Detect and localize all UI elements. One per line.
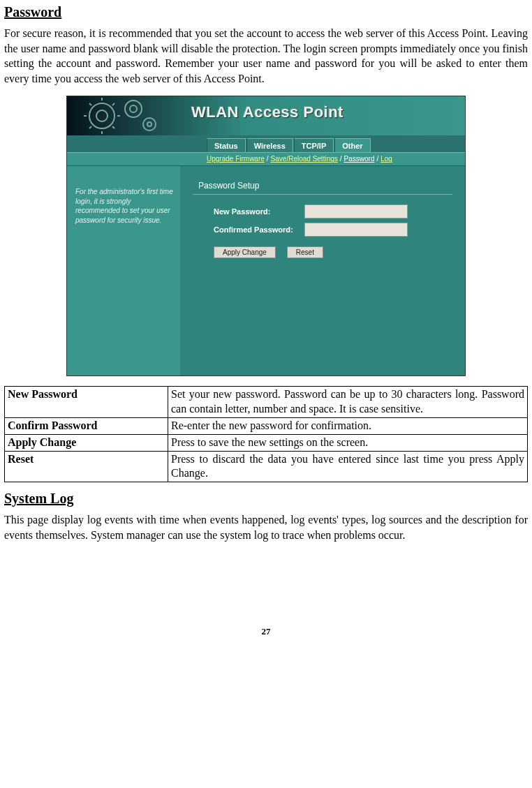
panel-title: Password Setup [193, 177, 452, 195]
subtab-save-reload[interactable]: Save/Reload Settings [271, 155, 338, 163]
svg-point-0 [89, 103, 114, 128]
router-body: For the administrator's first time login… [67, 166, 465, 376]
svg-point-3 [130, 105, 137, 112]
table-row: Reset Press to discard the data you have… [5, 451, 528, 482]
def-val: Re-enter the new password for confirmati… [168, 417, 528, 434]
router-header: WLAN Access Point [67, 96, 465, 135]
svg-point-2 [125, 101, 142, 117]
def-val: Press to discard the data you have enter… [168, 451, 528, 482]
tab-tcpip[interactable]: TCP/IP [294, 138, 334, 152]
subtab-log[interactable]: Log [380, 155, 392, 163]
svg-line-10 [89, 103, 91, 105]
svg-line-12 [89, 126, 91, 128]
table-row: Confirm Password Re-enter the new passwo… [5, 417, 528, 434]
button-row: Apply Change Reset [214, 246, 452, 258]
svg-point-4 [143, 118, 156, 131]
paragraph-password-intro: For secure reason, it is recommended tha… [4, 26, 528, 86]
form-row-confirmed-password: Confirmed Password: [214, 223, 452, 237]
router-main-panel: Password Setup New Password: Confirmed P… [180, 166, 465, 376]
definitions-table: New Password Set your new password. Pass… [4, 386, 528, 482]
apply-change-button[interactable]: Apply Change [214, 246, 276, 258]
table-row: Apply Change Press to save the new setti… [5, 434, 528, 451]
label-confirmed-password: Confirmed Password: [214, 225, 304, 234]
router-side-hint: For the administrator's first time login… [67, 166, 180, 376]
svg-point-1 [96, 110, 108, 121]
subtab-upgrade-firmware[interactable]: Upgrade Firmware [207, 155, 265, 163]
page-number: 27 [4, 626, 528, 637]
router-screenshot: WLAN Access Point Status Wireless TCP/IP… [66, 96, 466, 376]
subtab-password[interactable]: Password [344, 155, 375, 163]
reset-button[interactable]: Reset [287, 246, 323, 258]
tab-wireless[interactable]: Wireless [246, 138, 293, 152]
input-confirmed-password[interactable] [304, 223, 408, 237]
subtabs-row: Upgrade Firmware/Save/Reload Settings/Pa… [67, 152, 465, 166]
svg-line-11 [112, 126, 114, 128]
def-val: Press to save the new settings on the sc… [168, 434, 528, 451]
tab-status[interactable]: Status [207, 138, 246, 152]
paragraph-system-log-intro: This page display log events with time w… [4, 512, 528, 542]
table-row: New Password Set your new password. Pass… [5, 387, 528, 418]
tabs-row: Status Wireless TCP/IP Other [67, 135, 465, 152]
def-key: Confirm Password [5, 417, 168, 434]
svg-line-13 [112, 103, 114, 105]
label-new-password: New Password: [214, 207, 304, 216]
tab-other[interactable]: Other [334, 138, 370, 152]
form-row-new-password: New Password: [214, 205, 452, 218]
def-key: New Password [5, 387, 168, 418]
def-key: Reset [5, 451, 168, 482]
gears-icon [67, 96, 186, 135]
input-new-password[interactable] [304, 205, 408, 218]
svg-point-5 [147, 122, 152, 126]
heading-system-log: System Log [4, 491, 528, 507]
router-title: WLAN Access Point [191, 103, 343, 121]
heading-password: Password [4, 4, 528, 20]
def-val: Set your new password. Password can be u… [168, 387, 528, 418]
def-key: Apply Change [5, 434, 168, 451]
